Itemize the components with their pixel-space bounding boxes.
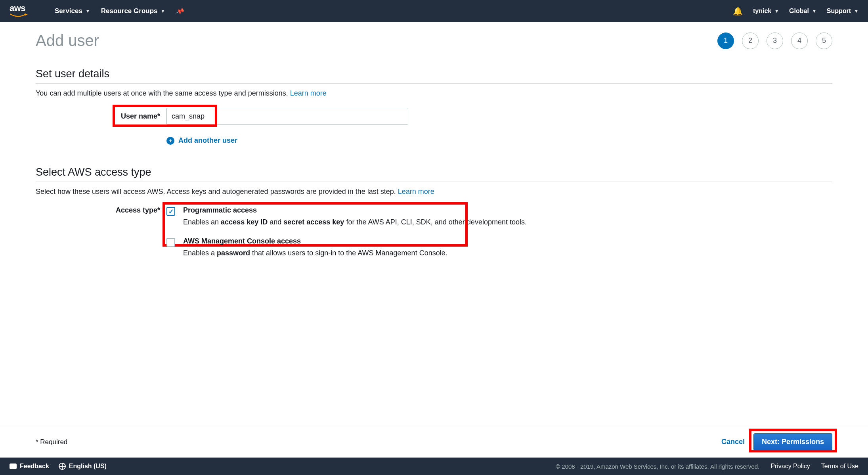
chevron-down-icon: ▼	[854, 9, 858, 13]
username-row: User name*	[36, 108, 832, 124]
section-access-type-desc: Select how these users will access AWS. …	[36, 188, 832, 196]
step-4[interactable]: 4	[791, 33, 808, 49]
section-user-details-desc-text: You can add multiple users at once with …	[36, 89, 290, 97]
option-console-title: AWS Management Console access	[183, 237, 447, 245]
nav-region-label: Global	[789, 8, 809, 15]
svg-marker-0	[25, 13, 28, 16]
page-title: Add user	[36, 32, 99, 50]
feedback-button[interactable]: Feedback	[10, 463, 49, 470]
action-bar: * Required Cancel Next: Permissions	[0, 426, 868, 458]
chevron-down-icon: ▼	[161, 9, 165, 13]
username-input[interactable]	[166, 108, 408, 124]
add-another-user-label: Add another user	[178, 136, 237, 145]
nav-services-label: Services	[55, 7, 82, 15]
privacy-policy-link[interactable]: Privacy Policy	[770, 463, 810, 470]
globe-icon	[59, 463, 66, 470]
username-label: User name*	[36, 112, 166, 121]
plus-icon: +	[166, 137, 174, 145]
divider	[36, 83, 832, 84]
nav-right: 🔔 tynick ▼ Global ▼ Support ▼	[733, 6, 858, 16]
terms-of-use-link[interactable]: Terms of Use	[821, 463, 858, 470]
feedback-label: Feedback	[20, 463, 49, 470]
step-5[interactable]: 5	[816, 33, 832, 49]
step-2[interactable]: 2	[742, 33, 759, 49]
step-3[interactable]: 3	[767, 33, 783, 49]
add-another-user-button[interactable]: + Add another user	[166, 136, 237, 145]
aws-logo[interactable]: aws	[10, 4, 28, 18]
language-selector[interactable]: English (US)	[59, 463, 107, 470]
required-note: * Required	[36, 438, 67, 446]
nav-support-label: Support	[827, 8, 851, 15]
nav-user-menu[interactable]: tynick ▼	[753, 8, 779, 15]
checkbox-console-access[interactable]	[166, 238, 175, 247]
section-user-details-title: Set user details	[36, 68, 832, 80]
nav-resource-groups[interactable]: Resource Groups ▼	[101, 7, 165, 15]
footer-copyright: © 2008 - 2019, Amazon Web Services, Inc.…	[556, 463, 759, 470]
chevron-down-icon: ▼	[812, 9, 816, 13]
learn-more-link[interactable]: Learn more	[290, 89, 327, 97]
top-nav: aws Services ▼ Resource Groups ▼ 📌 🔔 tyn…	[0, 0, 868, 22]
access-type-label: Access type*	[36, 206, 166, 215]
speech-icon	[10, 464, 17, 469]
learn-more-link[interactable]: Learn more	[398, 188, 434, 195]
section-access-type-desc-text: Select how these users will access AWS. …	[36, 188, 398, 195]
option-programmatic-desc: Enables an access key ID and secret acce…	[183, 217, 527, 228]
section-user-details-desc: You can add multiple users at once with …	[36, 89, 832, 98]
nav-resource-groups-label: Resource Groups	[101, 7, 158, 15]
next-permissions-button[interactable]: Next: Permissions	[753, 433, 832, 450]
wizard-steps: 1 2 3 4 5	[717, 33, 832, 49]
access-type-row: Access type* Programmatic access Enables…	[36, 206, 832, 268]
nav-services[interactable]: Services ▼	[55, 7, 90, 15]
nav-user-label: tynick	[753, 8, 771, 15]
chevron-down-icon: ▼	[774, 9, 779, 13]
bell-icon[interactable]: 🔔	[733, 6, 743, 16]
checkbox-programmatic-access[interactable]	[166, 207, 175, 216]
option-console-access: AWS Management Console access Enables a …	[166, 237, 832, 259]
section-access-type-title: Select AWS access type	[36, 166, 832, 178]
option-console-desc: Enables a password that allows users to …	[183, 248, 447, 259]
chevron-down-icon: ▼	[86, 9, 90, 13]
cancel-button[interactable]: Cancel	[721, 438, 745, 446]
main-content: Add user 1 2 3 4 5 Set user details You …	[0, 22, 868, 426]
option-programmatic-title: Programmatic access	[183, 206, 527, 215]
aws-logo-text: aws	[10, 4, 25, 13]
language-label: English (US)	[69, 463, 107, 470]
nav-support-menu[interactable]: Support ▼	[827, 8, 858, 15]
nav-region-menu[interactable]: Global ▼	[789, 8, 816, 15]
footer: Feedback English (US) © 2008 - 2019, Ama…	[0, 458, 868, 475]
divider	[36, 182, 832, 182]
nav-pin[interactable]: 📌	[176, 8, 184, 15]
pin-icon: 📌	[175, 6, 185, 16]
option-programmatic-access: Programmatic access Enables an access ke…	[166, 206, 832, 228]
step-1[interactable]: 1	[717, 33, 734, 49]
aws-smile-icon	[10, 13, 28, 18]
